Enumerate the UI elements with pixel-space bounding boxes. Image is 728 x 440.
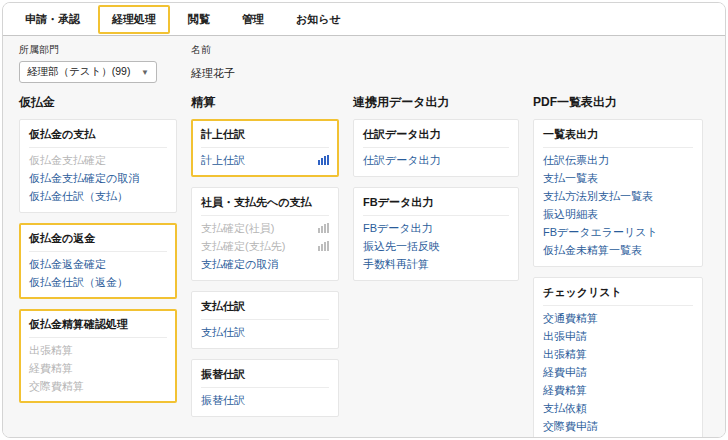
menu-item[interactable]: 仮払金支払確定の取消: [29, 169, 167, 187]
menu-item-label: 仮払金未精算一覧表: [543, 244, 642, 256]
group-title: 支払仕訳: [201, 299, 329, 320]
tab-2[interactable]: 閲覧: [174, 5, 224, 34]
menu-item: 仮払金支払確定: [29, 151, 167, 169]
menu-item[interactable]: 仮払金返金確定: [29, 255, 167, 273]
group-title: 一覧表出力: [543, 127, 693, 148]
menu-item-label: 仮払金支払確定: [29, 154, 106, 166]
menu-item[interactable]: 交際費精算: [543, 435, 693, 437]
group-title: チェックリスト: [543, 285, 693, 306]
menu-item-label: 支払確定の取消: [201, 258, 278, 270]
column-title: 仮払金: [19, 94, 177, 111]
menu-item-label: 仕訳データ出力: [363, 154, 441, 166]
menu-item[interactable]: FBデータ出力: [363, 219, 509, 237]
menu-item[interactable]: 交際費申請: [543, 417, 693, 435]
menu-item-label: 仮払金支払確定の取消: [29, 172, 139, 184]
tab-3[interactable]: 管理: [228, 5, 278, 34]
menu-item: 支払確定(社員): [201, 219, 329, 237]
bar-chart-icon: [318, 241, 329, 251]
menu-item-label: 交際費精算: [29, 380, 84, 392]
department-select[interactable]: 経理部（テスト）(99) ▼: [19, 61, 157, 83]
menu-item[interactable]: 経費精算: [543, 381, 693, 399]
menu-group: チェックリスト交通費精算出張申請出張精算経費申請経費精算支払依頼交際費申請交際費…: [533, 277, 703, 437]
group-title: 振替仕訳: [201, 367, 329, 388]
menu-item[interactable]: 計上仕訳: [201, 151, 329, 169]
tab-4[interactable]: お知らせ: [282, 5, 355, 34]
menu-item-label: 振込先一括反映: [363, 240, 440, 252]
app-window: 申請・承認経理処理閲覧管理お知らせ 所属部門 経理部（テスト）(99) ▼ 名前…: [2, 2, 726, 438]
menu-item-label: 経費申請: [543, 366, 587, 378]
menu-item[interactable]: 支払仕訳: [201, 323, 329, 341]
nav-tabs: 申請・承認経理処理閲覧管理お知らせ: [11, 5, 355, 34]
group-title: FBデータ出力: [363, 195, 509, 216]
menu-columns: 仮払金仮払金の支払仮払金支払確定仮払金支払確定の取消仮払金仕訳（支払）仮払金の返…: [19, 92, 709, 437]
menu-item-label: 支払確定(支払先): [201, 240, 285, 252]
menu-group: 支払仕訳支払仕訳: [191, 291, 339, 349]
menu-group: 振替仕訳振替仕訳: [191, 359, 339, 417]
menu-group: 社員・支払先への支払支払確定(社員)支払確定(支払先)支払確定の取消: [191, 187, 339, 281]
menu-item-label: 振込明細表: [543, 208, 598, 220]
name-label: 名前: [191, 43, 235, 57]
menu-item[interactable]: 仮払金未精算一覧表: [543, 241, 693, 259]
menu-item-label: 仮払金仕訳（返金）: [29, 276, 128, 288]
menu-item[interactable]: 仕訳データ出力: [363, 151, 509, 169]
menu-item[interactable]: 振替仕訳: [201, 391, 329, 409]
menu-item-label: 出張申請: [543, 330, 587, 342]
user-info: 所属部門 経理部（テスト）(99) ▼ 名前 経理花子: [19, 43, 709, 83]
menu-group: 仕訳データ出力仕訳データ出力: [353, 119, 519, 177]
menu-item-label: 支払一覧表: [543, 172, 598, 184]
menu-column: 精算計上仕訳計上仕訳社員・支払先への支払支払確定(社員)支払確定(支払先)支払確…: [191, 92, 339, 427]
chevron-down-icon: ▼: [141, 68, 149, 77]
menu-item-label: 経費精算: [543, 384, 587, 396]
column-title: PDF一覧表出力: [533, 94, 703, 111]
menu-item[interactable]: 経費申請: [543, 363, 693, 381]
menu-item: 交際費精算: [29, 377, 167, 395]
menu-item-label: 仮払金返金確定: [29, 258, 106, 270]
menu-group: 一覧表出力仕訳伝票出力支払一覧表支払方法別支払一覧表振込明細表FBデータエラーリ…: [533, 119, 703, 267]
menu-group: FBデータ出力FBデータ出力振込先一括反映手数料再計算: [353, 187, 519, 281]
group-title: 計上仕訳: [201, 127, 329, 148]
menu-item[interactable]: 支払方法別支払一覧表: [543, 187, 693, 205]
name-field: 名前 経理花子: [191, 43, 235, 83]
menu-item[interactable]: 支払一覧表: [543, 169, 693, 187]
menu-column: PDF一覧表出力一覧表出力仕訳伝票出力支払一覧表支払方法別支払一覧表振込明細表F…: [533, 92, 703, 437]
name-value: 経理花子: [191, 61, 235, 81]
menu-item[interactable]: 支払確定の取消: [201, 255, 329, 273]
menu-item[interactable]: 出張申請: [543, 327, 693, 345]
menu-item-label: 振替仕訳: [201, 394, 245, 406]
menu-column: 仮払金仮払金の支払仮払金支払確定仮払金支払確定の取消仮払金仕訳（支払）仮払金の返…: [19, 92, 177, 413]
group-title: 仮払金精算確認処理: [29, 317, 167, 338]
tab-1[interactable]: 経理処理: [98, 5, 170, 34]
top-nav: 申請・承認経理処理閲覧管理お知らせ: [3, 3, 725, 36]
menu-group: 仮払金の返金仮払金返金確定仮払金仕訳（返金）: [19, 223, 177, 299]
group-title: 仮払金の返金: [29, 231, 167, 252]
menu-item-label: FBデータエラーリスト: [543, 226, 658, 238]
tab-0[interactable]: 申請・承認: [11, 5, 94, 34]
menu-item-label: 出張精算: [543, 348, 587, 360]
menu-item-label: 手数料再計算: [363, 258, 429, 270]
menu-item[interactable]: 仮払金仕訳（返金）: [29, 273, 167, 291]
menu-item[interactable]: 手数料再計算: [363, 255, 509, 273]
bar-chart-icon: [318, 155, 329, 165]
group-title: 仮払金の支払: [29, 127, 167, 148]
menu-group: 仮払金の支払仮払金支払確定仮払金支払確定の取消仮払金仕訳（支払）: [19, 119, 177, 213]
bar-chart-icon: [318, 223, 329, 233]
menu-item[interactable]: 支払依頼: [543, 399, 693, 417]
menu-item-label: 支払方法別支払一覧表: [543, 190, 653, 202]
menu-item-label: FBデータ出力: [363, 222, 433, 234]
menu-item[interactable]: 交通費精算: [543, 309, 693, 327]
menu-item[interactable]: 出張精算: [543, 345, 693, 363]
menu-item-label: 仕訳伝票出力: [543, 154, 609, 166]
menu-item-label: 仮払金仕訳（支払）: [29, 190, 128, 202]
menu-item[interactable]: 仕訳伝票出力: [543, 151, 693, 169]
group-title: 社員・支払先への支払: [201, 195, 329, 216]
department-label: 所属部門: [19, 43, 157, 57]
column-title: 精算: [191, 94, 339, 111]
menu-item[interactable]: 振込明細表: [543, 205, 693, 223]
menu-item: 出張精算: [29, 341, 167, 359]
menu-item-label: 支払依頼: [543, 402, 587, 414]
menu-item[interactable]: 仮払金仕訳（支払）: [29, 187, 167, 205]
menu-group: 仮払金精算確認処理出張精算経費精算交際費精算: [19, 309, 177, 403]
menu-item[interactable]: FBデータエラーリスト: [543, 223, 693, 241]
column-title: 連携用データ出力: [353, 94, 519, 111]
menu-item[interactable]: 振込先一括反映: [363, 237, 509, 255]
